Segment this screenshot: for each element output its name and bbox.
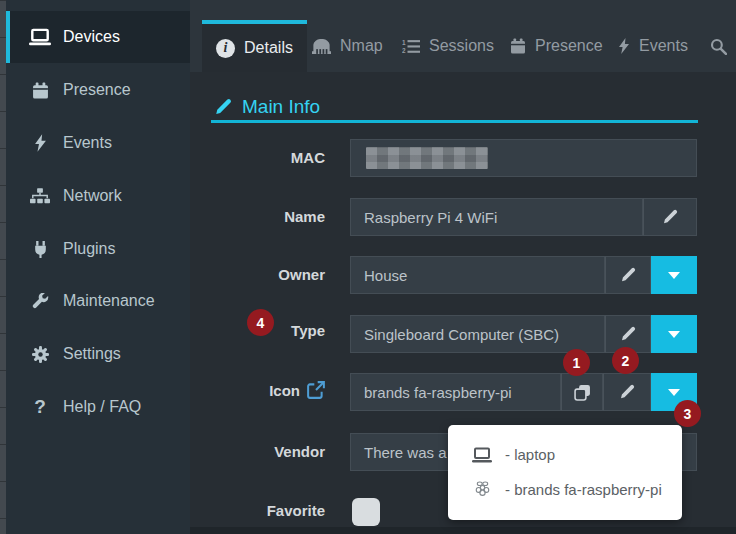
main-content: i Details Nmap 12 Sessions Presence	[190, 0, 736, 534]
sidebar-item-events[interactable]: Events	[6, 117, 190, 169]
laptop-icon	[472, 447, 492, 463]
sidebar-item-help[interactable]: ? Help / FAQ	[6, 381, 190, 433]
sidebar-item-label: Presence	[63, 81, 131, 99]
list-ol-icon: 12	[402, 39, 420, 54]
annotation-badge-2: 2	[612, 347, 639, 374]
raspberry-pi-icon	[472, 481, 492, 498]
tab-events[interactable]: Events	[618, 20, 688, 72]
svg-text:1: 1	[402, 39, 406, 46]
redacted-mac-value	[366, 147, 488, 169]
sidebar-item-devices[interactable]: Devices	[6, 11, 190, 63]
name-label: Name	[215, 208, 325, 225]
sidebar-item-label: Network	[63, 187, 122, 205]
section-header: Main Info	[214, 96, 320, 118]
bolt-icon	[28, 134, 52, 152]
sidebar-item-plugins[interactable]: Plugins	[6, 223, 190, 275]
info-circle-icon: i	[216, 39, 235, 58]
device-details-page: Devices Presence Events Network Plugins	[0, 0, 736, 534]
dropdown-item-raspberry-pi[interactable]: - brands fa-raspberry-pi	[448, 472, 682, 507]
owner-input[interactable]: House	[350, 256, 605, 294]
pencil-icon	[662, 209, 678, 225]
sidebar-item-label: Settings	[63, 345, 121, 363]
favorite-checkbox[interactable]	[352, 498, 380, 526]
calendar-icon	[28, 82, 52, 99]
caret-down-icon	[668, 272, 680, 279]
tab-label: Presence	[535, 37, 603, 55]
bolt-icon	[618, 38, 630, 54]
name-edit-button[interactable]	[643, 198, 697, 236]
annotation-badge-1: 1	[563, 349, 590, 376]
copy-icon	[574, 384, 591, 401]
tab-presence[interactable]: Presence	[510, 20, 603, 72]
icon-input[interactable]: brands fa-raspberry-pi	[350, 373, 561, 411]
calendar-icon	[510, 38, 526, 54]
tab-label: Events	[639, 37, 688, 55]
name-input[interactable]: Raspberry Pi 4 WiFi	[350, 198, 643, 236]
sidebar-item-label: Devices	[63, 28, 120, 46]
sidebar-item-label: Help / FAQ	[63, 398, 141, 416]
mac-field-group	[350, 139, 697, 177]
pencil-icon	[619, 384, 635, 400]
question-icon: ?	[28, 396, 52, 418]
wrench-icon	[28, 293, 52, 310]
mac-label: MAC	[215, 149, 325, 166]
pencil-icon	[620, 267, 636, 283]
owner-dropdown-button[interactable]	[651, 256, 697, 294]
owner-label: Owner	[215, 266, 325, 283]
type-input[interactable]: Singleboard Computer (SBC)	[350, 315, 605, 353]
name-field-group: Raspberry Pi 4 WiFi	[350, 198, 697, 236]
icon-field-group: brands fa-raspberry-pi	[350, 373, 697, 411]
section-title: Main Info	[242, 96, 320, 118]
dropdown-item-label: - brands fa-raspberry-pi	[505, 481, 662, 498]
owner-field-group: House	[350, 256, 697, 294]
sidebar-item-label: Events	[63, 134, 112, 152]
tab-details[interactable]: i Details	[202, 20, 307, 72]
dropdown-item-laptop[interactable]: - laptop	[448, 437, 682, 472]
svg-text:2: 2	[402, 47, 406, 54]
tab-plugins-truncated[interactable]: P	[710, 20, 736, 72]
pencil-icon	[214, 98, 232, 116]
laptop-icon	[28, 28, 52, 46]
type-field-group: Singleboard Computer (SBC)	[350, 315, 697, 353]
owner-edit-button[interactable]	[605, 256, 651, 294]
sidebar-item-presence[interactable]: Presence	[6, 64, 190, 116]
tab-nmap[interactable]: Nmap	[312, 20, 383, 72]
sidebar-item-label: Maintenance	[63, 292, 155, 310]
icon-label-text: Icon	[269, 382, 300, 399]
tab-bar: i Details Nmap 12 Sessions Presence	[190, 0, 736, 72]
external-link-icon[interactable]	[307, 381, 325, 399]
tab-label: Details	[244, 39, 293, 57]
type-dropdown-button[interactable]	[651, 315, 697, 353]
bottom-strip	[190, 527, 736, 534]
annotation-badge-3: 3	[674, 400, 701, 427]
icon-copy-button[interactable]	[561, 373, 603, 411]
icon-label: Icon	[215, 381, 325, 399]
tab-sessions[interactable]: 12 Sessions	[402, 20, 494, 72]
gear-icon	[28, 346, 52, 363]
icon-dropdown-panel: - laptop - brands fa-raspberry-pi	[448, 425, 682, 520]
sidebar-item-maintenance[interactable]: Maintenance	[6, 275, 190, 327]
caret-down-icon	[668, 389, 680, 396]
sidebar: Devices Presence Events Network Plugins	[6, 0, 190, 534]
sidebar-item-network[interactable]: Network	[6, 170, 190, 222]
sitemap-icon	[28, 188, 52, 204]
tab-label: Nmap	[340, 37, 383, 55]
mac-input[interactable]	[350, 139, 697, 177]
caret-down-icon	[668, 331, 680, 338]
dropdown-item-label: - laptop	[505, 446, 555, 463]
vendor-label: Vendor	[215, 443, 325, 460]
search-icon	[710, 38, 727, 55]
plug-icon	[28, 241, 52, 258]
sidebar-item-settings[interactable]: Settings	[6, 328, 190, 380]
annotation-badge-4: 4	[247, 309, 274, 336]
section-underline	[211, 120, 698, 123]
tab-label: Sessions	[429, 37, 494, 55]
icon-edit-button[interactable]	[603, 373, 651, 411]
pencil-icon	[620, 326, 636, 342]
nmap-archway-icon	[312, 39, 331, 54]
favorite-label: Favorite	[215, 502, 325, 519]
sidebar-item-label: Plugins	[63, 240, 115, 258]
